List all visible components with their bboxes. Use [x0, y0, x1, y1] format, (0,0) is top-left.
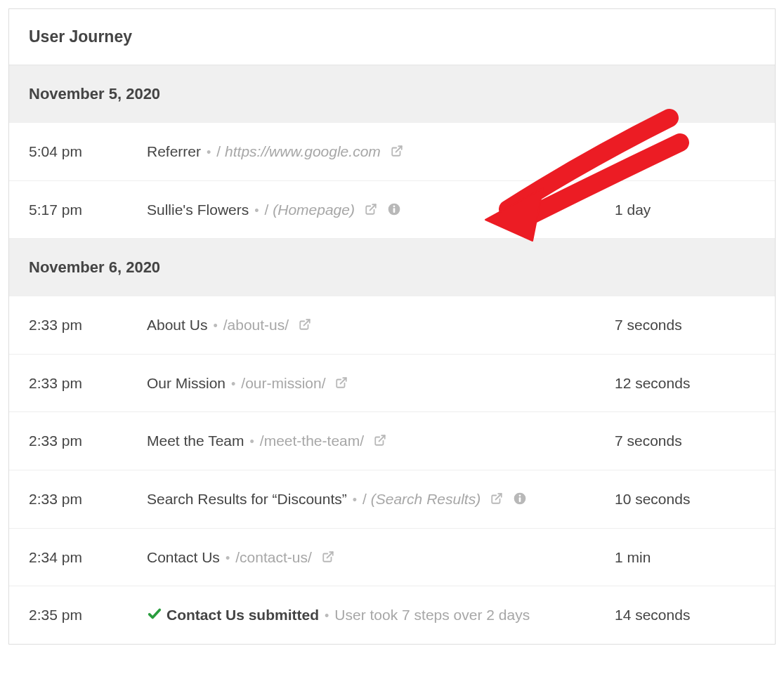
row-path-prefix: / — [362, 491, 367, 507]
row-main: Meet the Team•/meet-the-team/ — [147, 429, 615, 453]
svg-line-8 — [496, 494, 502, 499]
svg-line-6 — [341, 378, 346, 383]
info-icon[interactable] — [387, 199, 401, 213]
date-header: November 6, 2020 — [9, 239, 775, 296]
svg-rect-11 — [519, 497, 521, 502]
row-path-prefix: / — [265, 202, 269, 218]
bullet-separator: • — [325, 609, 329, 623]
journey-row: 5:17 pmSullie's Flowers•/ (Homepage) 1 d… — [9, 181, 775, 239]
user-journey-panel: User Journey November 5, 20205:04 pmRefe… — [8, 8, 776, 645]
row-title: Sullie's Flowers — [147, 202, 249, 218]
info-icon[interactable] — [513, 489, 527, 503]
row-path: (Homepage) — [273, 202, 355, 218]
row-time: 2:33 pm — [29, 371, 147, 395]
journey-row: 2:33 pmAbout Us•/about-us/ 7 seconds — [9, 296, 775, 355]
panel-title: User Journey — [9, 9, 775, 65]
row-time: 2:34 pm — [29, 546, 147, 569]
check-icon — [147, 605, 162, 620]
row-path: (Search Results) — [371, 491, 481, 507]
row-path: https://www.google.com — [225, 143, 381, 159]
bullet-separator: • — [353, 493, 357, 507]
external-link-icon[interactable] — [365, 199, 377, 211]
bullet-separator: • — [213, 319, 217, 333]
journey-row: 2:33 pmSearch Results for “Discounts”•/ … — [9, 470, 775, 529]
row-title: Search Results for “Discounts” — [147, 491, 347, 507]
svg-point-10 — [518, 494, 521, 496]
row-main: Contact Us•/contact-us/ — [147, 546, 615, 569]
row-duration: 7 seconds — [615, 313, 755, 337]
journey-row: 5:04 pmReferrer•/ https://www.google.com — [9, 123, 775, 181]
external-link-icon[interactable] — [374, 430, 386, 442]
svg-line-7 — [379, 436, 384, 442]
bullet-separator: • — [226, 551, 230, 565]
row-main: Referrer•/ https://www.google.com — [147, 140, 615, 164]
row-time: 2:33 pm — [29, 429, 147, 453]
row-time: 5:17 pm — [29, 198, 147, 222]
svg-line-0 — [396, 146, 401, 152]
row-path: /meet-the-team/ — [260, 433, 364, 449]
row-duration: 12 seconds — [615, 371, 755, 395]
row-title: Contact Us submitted — [166, 607, 319, 623]
row-title: Contact Us — [147, 549, 220, 565]
row-duration: 14 seconds — [615, 603, 755, 627]
external-link-icon[interactable] — [391, 140, 403, 153]
svg-line-1 — [370, 204, 375, 210]
svg-line-5 — [303, 319, 309, 325]
row-title: Meet the Team — [147, 433, 244, 449]
row-duration: 1 day — [615, 198, 755, 222]
row-duration: 1 min — [615, 546, 755, 569]
journey-row: 2:33 pmMeet the Team•/meet-the-team/ 7 s… — [9, 412, 775, 470]
row-main: Contact Us submitted•User took 7 steps o… — [147, 603, 615, 627]
external-link-icon[interactable] — [322, 546, 334, 559]
row-time: 2:35 pm — [29, 603, 147, 627]
bullet-separator: • — [207, 145, 211, 159]
date-header: November 5, 2020 — [9, 65, 775, 123]
bullet-separator: • — [254, 204, 259, 218]
external-link-icon[interactable] — [299, 314, 311, 326]
row-path: /about-us/ — [223, 317, 289, 333]
external-link-icon[interactable] — [490, 488, 503, 501]
row-title: Our Mission — [147, 375, 226, 391]
svg-point-3 — [393, 205, 395, 207]
row-path-prefix: / — [216, 143, 221, 159]
external-link-icon[interactable] — [335, 372, 348, 385]
journey-row: 2:34 pmContact Us•/contact-us/ 1 min — [9, 529, 775, 587]
row-time: 2:33 pm — [29, 487, 147, 511]
svg-line-12 — [327, 552, 332, 558]
row-main: Search Results for “Discounts”•/ (Search… — [147, 487, 615, 511]
svg-rect-4 — [393, 208, 395, 213]
row-main: Sullie's Flowers•/ (Homepage) — [147, 198, 615, 222]
row-summary: User took 7 steps over 2 days — [334, 607, 530, 623]
row-title: Referrer — [147, 143, 201, 159]
row-main: About Us•/about-us/ — [147, 313, 615, 337]
row-path: /our-mission/ — [241, 375, 325, 391]
row-time: 5:04 pm — [29, 140, 147, 164]
journey-row: 2:33 pmOur Mission•/our-mission/ 12 seco… — [9, 355, 775, 413]
row-path: /contact-us/ — [235, 549, 312, 565]
bullet-separator: • — [250, 435, 254, 449]
row-time: 2:33 pm — [29, 313, 147, 337]
row-title: About Us — [147, 317, 207, 333]
bullet-separator: • — [231, 377, 235, 391]
row-main: Our Mission•/our-mission/ — [147, 371, 615, 395]
journey-row: 2:35 pmContact Us submitted•User took 7 … — [9, 586, 775, 644]
row-duration: 7 seconds — [615, 429, 755, 453]
row-duration: 10 seconds — [615, 487, 755, 511]
